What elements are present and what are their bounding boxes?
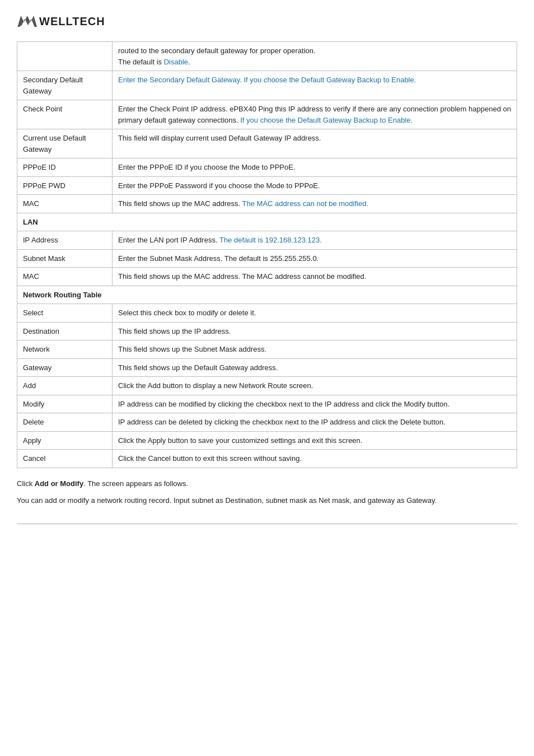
table-row: Current use DefaultGateway This field wi…: [17, 129, 517, 158]
logo-icon: [17, 11, 37, 31]
row-col1: Modify: [17, 395, 113, 413]
table-row: Check Point Enter the Check Point IP add…: [17, 100, 517, 129]
row-col2: This field shows up the MAC address. The…: [113, 195, 517, 213]
footer-suffix: . The screen appears as follows.: [83, 479, 188, 488]
inline-blue: Enter the Secondary Default Gateway. If …: [118, 76, 416, 84]
table-row: Network This field shows up the Subnet M…: [17, 340, 517, 359]
row-col2: Enter the PPPoE ID if you choose the Mod…: [113, 158, 517, 177]
table-row: Subnet Mask Enter the Subnet Mask Addres…: [17, 249, 517, 268]
logo: WELLTECH: [17, 11, 517, 31]
table-row: PPPoE ID Enter the PPPoE ID if you choos…: [17, 158, 517, 177]
row-col1: Network: [17, 340, 113, 359]
table-row: Destination This field shows up the IP a…: [17, 322, 517, 340]
table-row-section-lan: LAN: [17, 213, 517, 231]
row-col1: IP Address: [17, 231, 113, 250]
row-col1: Destination: [17, 322, 113, 340]
table-row: Add Click the Add button to display a ne…: [17, 377, 517, 395]
main-table: routed to the secondary default gateway …: [17, 41, 517, 468]
table-row: routed to the secondary default gateway …: [17, 42, 517, 71]
row-col2: Click the Apply button to save your cust…: [113, 431, 517, 450]
row-col1: Gateway: [17, 358, 113, 377]
inline-blue: If you choose the Default Gateway Backup…: [240, 116, 413, 124]
row-col1: MAC: [17, 268, 113, 286]
row-col1: Secondary DefaultGateway: [17, 71, 113, 100]
footer-para1: Click Add or Modify. The screen appears …: [17, 478, 517, 490]
row-col2: Enter the LAN port IP Address. The defau…: [113, 231, 517, 250]
row-col2: This field shows up the Default Gateway …: [113, 358, 517, 377]
table-row: IP Address Enter the LAN port IP Address…: [17, 231, 517, 250]
table-row: MAC This field shows up the MAC address.…: [17, 268, 517, 286]
section-header-nrt: Network Routing Table: [17, 286, 517, 304]
row-col2: This field shows up the IP address.: [113, 322, 517, 340]
table-row: Delete IP address can be deleted by clic…: [17, 413, 517, 432]
logo-area: WELLTECH: [17, 11, 517, 31]
inline-blue: The default is 192.168.123.123.: [219, 236, 322, 244]
table-row: Apply Click the Apply button to save you…: [17, 431, 517, 450]
row-col2: Click the Add button to display a new Ne…: [113, 377, 517, 395]
row-col2: IP address can be modified by clicking t…: [113, 395, 517, 413]
footer-bold: Add or Modify: [35, 479, 83, 488]
table-row: MAC This field shows up the MAC address.…: [17, 195, 517, 213]
row-col2: routed to the secondary default gateway …: [113, 42, 517, 71]
row-col2: Click the Cancel button to exit this scr…: [113, 450, 517, 468]
row-col2: This field will display current used Def…: [113, 129, 517, 158]
row-col2: Select this check box to modify or delet…: [113, 304, 517, 323]
svg-marker-0: [17, 16, 37, 27]
row-col1: PPPoE PWD: [17, 176, 113, 195]
row-col1: PPPoE ID: [17, 158, 113, 177]
row-col1: Subnet Mask: [17, 249, 113, 268]
row-col2: Enter the PPPoE Password if you choose t…: [113, 176, 517, 195]
row-col1: Add: [17, 377, 113, 395]
table-row: Select Select this check box to modify o…: [17, 304, 517, 323]
row-col2: Enter the Subnet Mask Address. The defau…: [113, 249, 517, 268]
row-col2: This field shows up the MAC address. The…: [113, 268, 517, 286]
row-col1: Check Point: [17, 100, 113, 129]
table-row: Secondary DefaultGateway Enter the Secon…: [17, 71, 517, 100]
row-col1: Delete: [17, 413, 113, 432]
section-header-lan: LAN: [17, 213, 517, 231]
inline-blue: Disable: [164, 58, 188, 66]
footer-prefix: Click: [17, 479, 35, 488]
row-col1: Cancel: [17, 450, 113, 468]
row-col1: Current use DefaultGateway: [17, 129, 113, 158]
row-col2: This field shows up the Subnet Mask addr…: [113, 340, 517, 359]
page-divider: [17, 524, 517, 524]
logo-text: WELLTECH: [39, 15, 105, 28]
table-row: PPPoE PWD Enter the PPPoE Password if yo…: [17, 176, 517, 195]
table-row: Cancel Click the Cancel button to exit t…: [17, 450, 517, 468]
row-col1: Apply: [17, 431, 113, 450]
table-row: Modify IP address can be modified by cli…: [17, 395, 517, 413]
row-col1: [17, 42, 113, 71]
row-col1: Select: [17, 304, 113, 323]
row-col1: MAC: [17, 195, 113, 213]
row-col2: Enter the Secondary Default Gateway. If …: [113, 71, 517, 100]
table-row: Gateway This field shows up the Default …: [17, 358, 517, 377]
inline-blue: The MAC address can not be modified.: [242, 199, 368, 208]
footer-para2: You can add or modify a network routing …: [17, 495, 517, 507]
row-col2: Enter the Check Point IP address. ePBX40…: [113, 100, 517, 129]
table-row-section-nrt: Network Routing Table: [17, 286, 517, 304]
row-col2: IP address can be deleted by clicking th…: [113, 413, 517, 432]
